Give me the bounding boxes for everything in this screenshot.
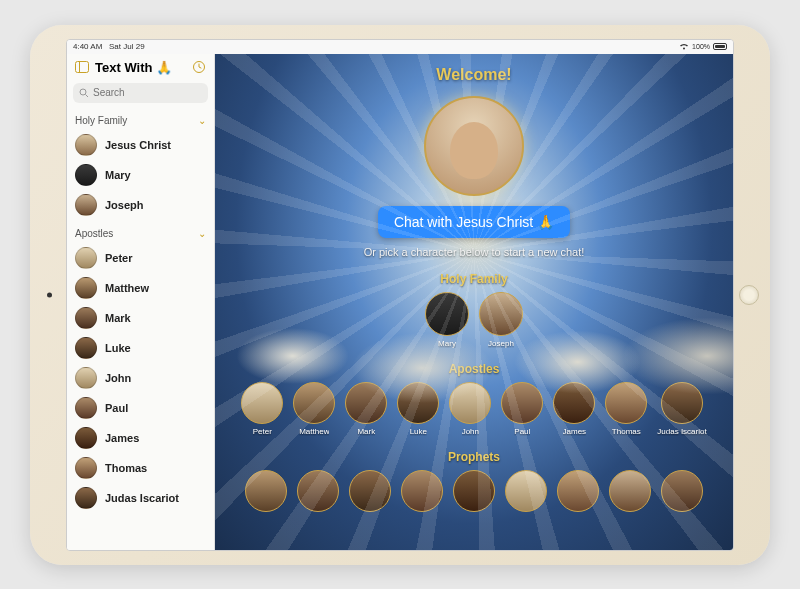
character-tile[interactable] xyxy=(245,470,287,512)
avatar xyxy=(505,470,547,512)
avatar xyxy=(241,382,283,424)
search-wrap xyxy=(67,79,214,107)
svg-point-3 xyxy=(80,89,86,95)
character-tile-luke[interactable]: Luke xyxy=(397,382,439,436)
character-tile[interactable] xyxy=(297,470,339,512)
sidebar-item-jesus-christ[interactable]: Jesus Christ xyxy=(67,130,214,160)
sidebar-item-judas-iscariot[interactable]: Judas Iscariot xyxy=(67,483,214,513)
avatar xyxy=(75,487,97,509)
character-tile-matthew[interactable]: Matthew xyxy=(293,382,335,436)
sidebar-item-mary[interactable]: Mary xyxy=(67,160,214,190)
avatar xyxy=(245,470,287,512)
status-time: 4:40 AM xyxy=(73,42,102,51)
avatar xyxy=(479,292,523,336)
sidebar-item-thomas[interactable]: Thomas xyxy=(67,453,214,483)
character-tile-thomas[interactable]: Thomas xyxy=(605,382,647,436)
sidebar-item-mark[interactable]: Mark xyxy=(67,303,214,333)
chat-cta-button[interactable]: Chat with Jesus Christ 🙏 xyxy=(378,206,570,238)
sidebar-item-label: Mark xyxy=(105,312,131,324)
sidebar-item-paul[interactable]: Paul xyxy=(67,393,214,423)
status-right: 100% xyxy=(679,42,727,52)
sidebar-item-peter[interactable]: Peter xyxy=(67,243,214,273)
character-label: Peter xyxy=(253,427,272,436)
sidebar-item-james[interactable]: James xyxy=(67,423,214,453)
home-button[interactable] xyxy=(739,285,759,305)
hero-avatar[interactable] xyxy=(424,96,524,196)
sidebar-item-joseph[interactable]: Joseph xyxy=(67,190,214,220)
screen: 4:40 AM Sat Jul 29 100% Text With � xyxy=(66,39,734,551)
sidebar-item-label: Jesus Christ xyxy=(105,139,171,151)
app-title: Text With 🙏 xyxy=(95,60,172,75)
sidebar-section-header[interactable]: Holy Family ⌄ xyxy=(67,107,214,130)
avatar xyxy=(605,382,647,424)
character-tile[interactable] xyxy=(557,470,599,512)
character-label: Matthew xyxy=(299,427,329,436)
character-label: John xyxy=(462,427,479,436)
sidebar-item-luke[interactable]: Luke xyxy=(67,333,214,363)
avatar xyxy=(75,337,97,359)
character-tile[interactable] xyxy=(401,470,443,512)
avatar xyxy=(349,470,391,512)
character-label: James xyxy=(563,427,587,436)
sidebar-toggle-icon[interactable] xyxy=(75,60,89,74)
character-tile[interactable] xyxy=(505,470,547,512)
character-tile[interactable] xyxy=(453,470,495,512)
character-tile-peter[interactable]: Peter xyxy=(241,382,283,436)
character-tile-john[interactable]: John xyxy=(449,382,491,436)
sidebar-section-title: Holy Family xyxy=(75,115,127,126)
character-tile-paul[interactable]: Paul xyxy=(501,382,543,436)
search-icon xyxy=(79,88,89,98)
character-label: Thomas xyxy=(612,427,641,436)
avatar xyxy=(661,382,703,424)
chevron-down-icon: ⌄ xyxy=(198,228,206,239)
wifi-icon xyxy=(679,42,689,52)
sidebar-item-matthew[interactable]: Matthew xyxy=(67,273,214,303)
ipad-frame: 4:40 AM Sat Jul 29 100% Text With � xyxy=(30,25,770,565)
avatar xyxy=(397,382,439,424)
avatar xyxy=(449,382,491,424)
app-body: Text With 🙏 Holy Family xyxy=(67,54,733,550)
sidebar-item-label: Judas Iscariot xyxy=(105,492,179,504)
character-tile[interactable] xyxy=(609,470,651,512)
sidebar-section-title: Apostles xyxy=(75,228,113,239)
character-tile-james[interactable]: James xyxy=(553,382,595,436)
avatar xyxy=(75,427,97,449)
character-label: Mary xyxy=(438,339,456,348)
search-input[interactable] xyxy=(73,83,208,103)
character-label: Paul xyxy=(514,427,530,436)
avatar xyxy=(557,470,599,512)
character-tile[interactable] xyxy=(661,470,703,512)
sidebar: Text With 🙏 Holy Family xyxy=(67,54,215,550)
character-tile-joseph[interactable]: Joseph xyxy=(479,292,523,348)
avatar xyxy=(75,277,97,299)
character-label: Luke xyxy=(410,427,427,436)
sidebar-item-label: James xyxy=(105,432,139,444)
avatar xyxy=(75,367,97,389)
camera-dot xyxy=(47,292,52,297)
character-label: Judas Iscariot xyxy=(657,427,706,436)
history-icon[interactable] xyxy=(192,60,206,74)
character-row-apostles: Peter Matthew Mark Luke John Paul James … xyxy=(215,382,733,442)
avatar xyxy=(75,134,97,156)
character-tile-judas-iscariot[interactable]: Judas Iscariot xyxy=(657,382,706,436)
avatar xyxy=(75,457,97,479)
avatar xyxy=(401,470,443,512)
sidebar-item-label: Peter xyxy=(105,252,133,264)
avatar xyxy=(75,307,97,329)
sidebar-item-label: Paul xyxy=(105,402,128,414)
character-row-prophets xyxy=(215,470,733,518)
character-tile[interactable] xyxy=(349,470,391,512)
sidebar-item-john[interactable]: John xyxy=(67,363,214,393)
sidebar-item-label: John xyxy=(105,372,131,384)
character-tile-mark[interactable]: Mark xyxy=(345,382,387,436)
avatar xyxy=(75,164,97,186)
sidebar-section-header[interactable]: Apostles ⌄ xyxy=(67,220,214,243)
character-tile-mary[interactable]: Mary xyxy=(425,292,469,348)
sidebar-item-label: Mary xyxy=(105,169,131,181)
avatar xyxy=(661,470,703,512)
avatar xyxy=(425,292,469,336)
avatar xyxy=(75,194,97,216)
svg-line-4 xyxy=(86,94,89,97)
avatar xyxy=(75,397,97,419)
hero-face-icon xyxy=(450,122,498,180)
